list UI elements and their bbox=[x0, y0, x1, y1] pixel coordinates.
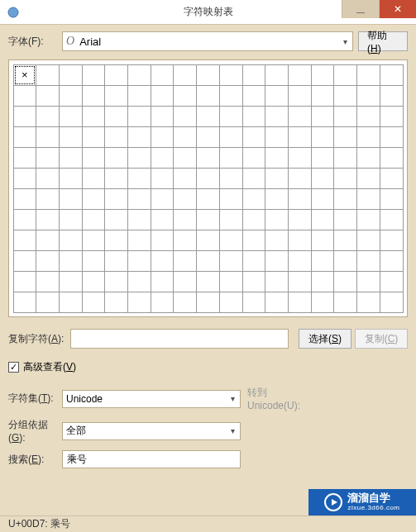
grid-cell[interactable] bbox=[196, 64, 220, 86]
grid-cell[interactable] bbox=[219, 126, 243, 148]
grid-cell[interactable] bbox=[196, 85, 220, 107]
grid-cell[interactable] bbox=[36, 85, 60, 107]
grid-cell[interactable] bbox=[311, 106, 335, 127]
grid-cell[interactable] bbox=[104, 271, 128, 292]
grid-cell[interactable] bbox=[173, 292, 197, 313]
grid-cell[interactable] bbox=[356, 85, 380, 107]
grid-cell[interactable] bbox=[265, 106, 289, 127]
grid-cell[interactable] bbox=[242, 209, 266, 230]
grid-cell[interactable] bbox=[356, 292, 380, 313]
grid-cell[interactable] bbox=[127, 271, 151, 292]
grid-cell[interactable] bbox=[82, 106, 106, 127]
grid-cell[interactable] bbox=[356, 64, 380, 86]
grid-cell[interactable] bbox=[333, 209, 357, 230]
grid-cell[interactable] bbox=[380, 168, 404, 189]
grid-cell[interactable] bbox=[173, 230, 197, 251]
grid-cell[interactable] bbox=[356, 106, 380, 127]
grid-cell[interactable] bbox=[151, 209, 175, 230]
grid-cell[interactable] bbox=[127, 106, 151, 127]
grid-cell[interactable] bbox=[311, 126, 335, 148]
grid-cell[interactable] bbox=[173, 126, 197, 148]
grid-cell[interactable] bbox=[151, 106, 175, 127]
grid-cell[interactable] bbox=[288, 230, 312, 251]
grid-cell[interactable] bbox=[380, 292, 404, 313]
grid-cell[interactable] bbox=[219, 85, 243, 107]
grid-cell[interactable] bbox=[311, 147, 335, 169]
grid-cell[interactable] bbox=[13, 271, 37, 292]
grid-cell[interactable] bbox=[36, 209, 60, 230]
grid-cell[interactable] bbox=[59, 209, 83, 230]
grid-cell[interactable] bbox=[36, 168, 60, 189]
grid-cell[interactable] bbox=[82, 250, 106, 272]
grid-cell[interactable] bbox=[104, 209, 128, 230]
grid-cell[interactable] bbox=[265, 147, 289, 169]
grid-cell[interactable] bbox=[219, 147, 243, 169]
grid-cell[interactable] bbox=[219, 64, 243, 86]
select-button[interactable]: 选择(S) bbox=[299, 329, 351, 349]
grid-cell[interactable] bbox=[333, 126, 357, 148]
grid-cell[interactable] bbox=[380, 64, 404, 86]
grid-cell[interactable] bbox=[242, 147, 266, 169]
grid-cell[interactable] bbox=[173, 64, 197, 86]
grid-cell[interactable] bbox=[242, 250, 266, 272]
grid-cell[interactable] bbox=[151, 168, 175, 189]
grid-cell[interactable] bbox=[151, 250, 175, 272]
copy-input[interactable] bbox=[70, 329, 289, 349]
grid-cell[interactable] bbox=[196, 106, 220, 127]
grid-cell[interactable] bbox=[151, 64, 175, 86]
grid-cell[interactable] bbox=[127, 85, 151, 107]
grid-cell[interactable] bbox=[173, 188, 197, 210]
grid-cell[interactable] bbox=[333, 168, 357, 189]
grid-cell[interactable] bbox=[59, 85, 83, 107]
grid-cell[interactable] bbox=[288, 209, 312, 230]
grid-cell[interactable] bbox=[151, 126, 175, 148]
grid-cell[interactable] bbox=[219, 271, 243, 292]
grid-cell[interactable] bbox=[59, 250, 83, 272]
grid-cell[interactable] bbox=[104, 188, 128, 210]
grid-cell[interactable] bbox=[13, 209, 37, 230]
grid-cell[interactable] bbox=[219, 250, 243, 272]
grid-cell[interactable] bbox=[104, 168, 128, 189]
grid-cell[interactable] bbox=[36, 250, 60, 272]
grid-cell[interactable] bbox=[380, 209, 404, 230]
grid-cell[interactable] bbox=[13, 230, 37, 251]
grid-cell[interactable] bbox=[13, 147, 37, 169]
grid-cell[interactable] bbox=[173, 168, 197, 189]
grid-cell[interactable] bbox=[333, 250, 357, 272]
grid-cell[interactable] bbox=[380, 230, 404, 251]
grid-cell[interactable] bbox=[104, 85, 128, 107]
grid-cell[interactable] bbox=[127, 64, 151, 86]
grid-cell[interactable] bbox=[380, 106, 404, 127]
grid-cell[interactable] bbox=[311, 168, 335, 189]
grid-cell[interactable] bbox=[242, 85, 266, 107]
grid-cell[interactable] bbox=[151, 271, 175, 292]
grid-cell[interactable] bbox=[173, 147, 197, 169]
grid-cell[interactable] bbox=[380, 250, 404, 272]
grid-cell[interactable] bbox=[104, 106, 128, 127]
grid-cell[interactable] bbox=[127, 230, 151, 251]
grid-cell[interactable] bbox=[265, 168, 289, 189]
grid-cell[interactable] bbox=[36, 126, 60, 148]
grid-cell[interactable] bbox=[82, 85, 106, 107]
grid-cell[interactable] bbox=[36, 188, 60, 210]
grid-cell[interactable] bbox=[265, 250, 289, 272]
grid-cell[interactable] bbox=[82, 188, 106, 210]
grid-cell[interactable] bbox=[219, 106, 243, 127]
grid-cell[interactable] bbox=[196, 230, 220, 251]
grid-cell[interactable] bbox=[196, 188, 220, 210]
minimize-button[interactable] bbox=[342, 0, 379, 18]
grid-cell[interactable] bbox=[82, 64, 106, 86]
grid-cell[interactable] bbox=[196, 126, 220, 148]
grid-cell[interactable] bbox=[13, 188, 37, 210]
grid-cell[interactable] bbox=[265, 126, 289, 148]
grid-cell[interactable] bbox=[59, 230, 83, 251]
grid-cell[interactable] bbox=[59, 271, 83, 292]
grid-cell[interactable] bbox=[59, 292, 83, 313]
grid-cell[interactable] bbox=[265, 271, 289, 292]
grid-cell[interactable] bbox=[242, 230, 266, 251]
grid-cell[interactable] bbox=[59, 147, 83, 169]
grid-cell[interactable] bbox=[36, 292, 60, 313]
grid-cell[interactable] bbox=[36, 147, 60, 169]
grid-cell[interactable]: × bbox=[13, 64, 37, 86]
grid-cell[interactable] bbox=[36, 64, 60, 86]
